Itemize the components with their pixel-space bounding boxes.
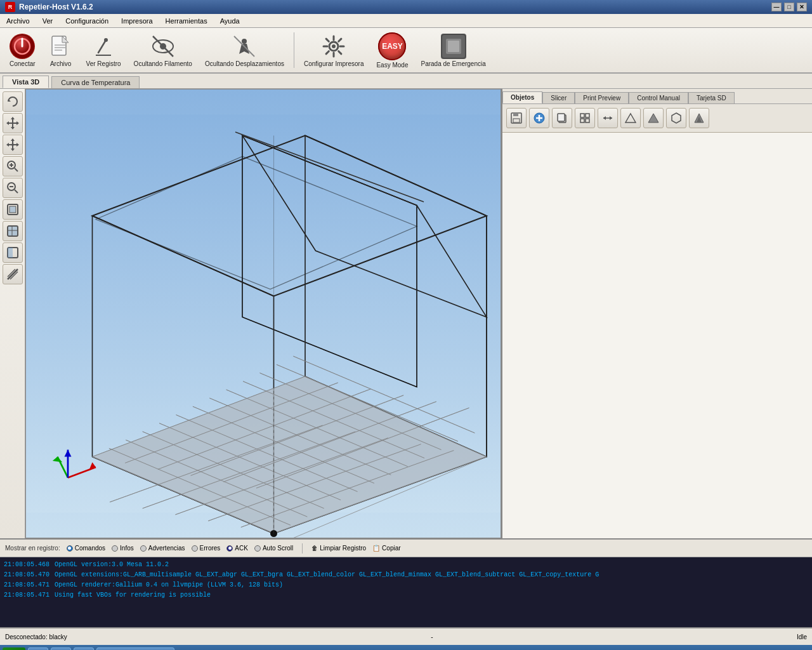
shape-filled-button[interactable] [643,108,664,128]
tab-print-preview[interactable]: Print Preview [575,92,629,103]
archivo-icon [48,34,74,59]
ocultando-desplazamientos-button[interactable]: Ocultando Desplazamientos [199,30,290,70]
filter-errores[interactable]: Errores [192,545,221,552]
shape-hex-button[interactable] [666,108,686,128]
minimize-button[interactable]: — [771,3,782,11]
left-toolbar [0,89,25,538]
log-line-2: 21:08:05.471 OpenGL renderer:Gallium 0.4… [4,580,808,590]
parada-emergencia-button[interactable]: Parada de Emergencia [415,30,491,70]
window-controls[interactable]: — □ ✕ [771,3,807,11]
tab-vista-3d[interactable]: Vista 3D [3,76,49,88]
scale-button[interactable] [3,135,23,155]
menu-ver[interactable]: Ver [36,14,60,27]
shape-triangle-button[interactable] [620,108,641,128]
trash-icon: 🗑 [311,545,318,552]
easy-mode-button[interactable]: EASY Easy Mode [370,30,414,70]
tab-slicer[interactable]: Slicer [542,92,575,103]
svg-marker-148 [648,114,658,123]
view-tabs: Vista 3D Curva de Temperatura [0,74,812,89]
view-top-button[interactable] [3,221,23,241]
ocultando-filamento-button[interactable]: Ocultando Filamento [128,30,198,70]
view-side-button[interactable] [3,242,23,263]
tab-curva-temperatura[interactable]: Curva de Temperatura [51,76,140,88]
svg-line-42 [15,168,18,171]
svg-marker-36 [11,138,15,141]
view-front-button[interactable] [3,199,23,220]
menu-archivo[interactable]: Archivo [0,14,36,27]
taskbar-files-btn[interactable]: 📂 [74,647,94,650]
svg-marker-30 [11,117,15,119]
taskbar-browser-btn[interactable]: 🌐 [51,647,71,650]
tab-control-manual[interactable]: Control Manual [629,92,688,103]
maximize-button[interactable]: □ [784,3,794,11]
easy-mode-label: Easy Mode [376,62,408,69]
svg-rect-134 [513,119,520,123]
ver-registro-icon [91,34,116,59]
objects-toolbar [502,104,812,133]
window-title: Repetier-Host V1.6.2 [19,3,93,11]
svg-line-23 [339,39,341,41]
save-object-button[interactable] [506,108,527,128]
svg-rect-139 [558,114,565,121]
svg-marker-37 [11,149,15,151]
ocultando-filamento-icon [150,34,176,59]
filter-infos[interactable]: Infos [112,545,134,552]
archivo-label: Archivo [50,60,71,67]
filter-comandos[interactable]: Comandos [67,545,105,552]
parada-emergencia-label: Parada de Emergencia [421,60,485,67]
log-sep [302,543,303,554]
svg-point-13 [242,39,247,44]
start-button[interactable] [3,647,25,650]
tab-tarjeta-sd[interactable]: Tarjeta SD [688,92,735,103]
zoom-in-button[interactable] [3,156,23,176]
svg-line-12 [153,36,173,56]
filter-ack[interactable]: ACK [226,545,248,552]
3d-viewport[interactable] [25,89,501,538]
radio-comandos [67,545,73,552]
left-view-inner [0,89,501,538]
add-object-button[interactable] [529,108,549,128]
copiar-button[interactable]: 📋 Copiar [372,545,400,552]
menu-ayuda[interactable]: Ayuda [214,14,246,27]
easy-mode-icon: EASY [378,32,406,60]
status-bar: Desconectado: blacky - Idle [0,627,812,645]
diagonal-lines-button[interactable] [3,264,23,284]
main-wrapper: Vista 3D Curva de Temperatura [0,74,812,627]
svg-rect-143 [586,119,589,123]
parada-emergencia-icon [441,34,466,59]
move-button[interactable] [3,113,23,133]
connect-button[interactable]: Conectar [4,30,41,70]
svg-point-8 [104,38,108,42]
filter-auto-scroll[interactable]: Auto Scroll [254,545,293,552]
ver-registro-button[interactable]: Ver Registro [81,30,127,70]
menu-herramientas[interactable]: Herramientas [159,14,214,27]
menu-configuracion[interactable]: Configuración [59,14,115,27]
taskbar-repetier-btn[interactable]: R Repetier-Host V1... [96,647,174,650]
svg-rect-140 [580,114,584,117]
radio-advertencias [140,545,147,552]
transform-button[interactable] [598,108,618,128]
copy-button[interactable] [552,108,572,128]
configurar-impresora-button[interactable]: Configurar Impresora [298,30,369,70]
limpiar-registro-button[interactable]: 🗑 Limpiar Registro [311,545,366,552]
status-right: Idle [797,633,807,640]
menu-impresora[interactable]: Impresora [115,14,159,27]
tab-objetos[interactable]: Objetos [502,91,542,103]
shape-mountain-button[interactable] [689,108,709,128]
log-content: 21:08:05.468 OpenGL version:3.0 Mesa 11.… [0,557,812,627]
arrange-button[interactable] [575,108,595,128]
svg-point-40 [11,143,14,146]
taskbar-folder-btn[interactable]: 📁 [28,647,48,650]
close-button[interactable]: ✕ [797,3,807,11]
svg-marker-32 [6,121,9,125]
filter-advertencias[interactable]: Advertencias [140,545,185,552]
svg-line-21 [326,39,329,41]
svg-marker-145 [610,116,612,120]
archivo-button[interactable]: Archivo [43,30,79,70]
zoom-out-button[interactable] [3,178,23,198]
svg-marker-39 [16,143,19,147]
rotate-view-button[interactable] [3,91,23,112]
log-toolbar: Mostrar en registro: Comandos Infos Adve… [0,540,812,557]
status-left: Desconectado: blacky [5,633,67,640]
svg-rect-142 [580,119,584,123]
